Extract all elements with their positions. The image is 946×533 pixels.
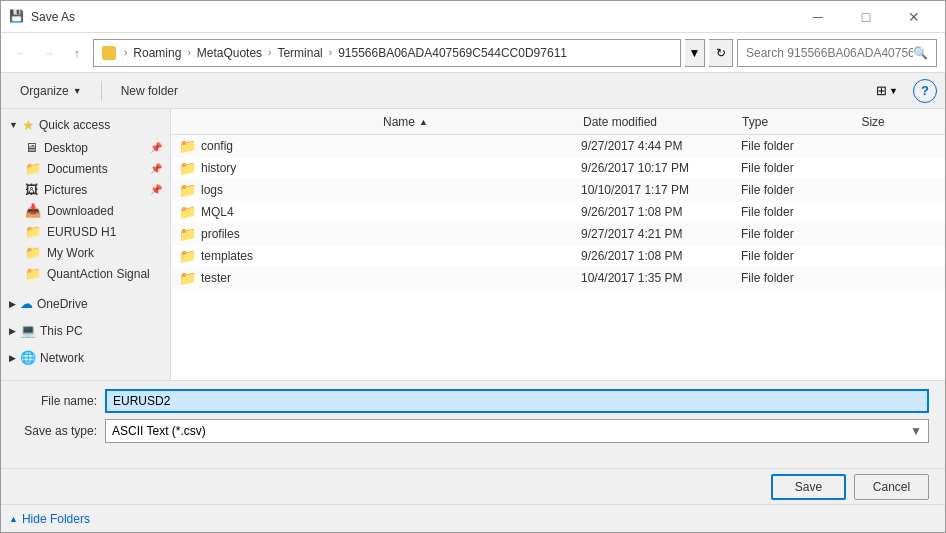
save-button[interactable]: Save	[771, 474, 846, 500]
col-type-header[interactable]: Type	[738, 115, 857, 129]
cancel-button[interactable]: Cancel	[854, 474, 929, 500]
sidebar-item-downloaded[interactable]: 📥 Downloaded	[1, 200, 170, 221]
network-label: Network	[40, 351, 84, 365]
file-row-profiles[interactable]: 📁 profiles 9/27/2017 4:21 PM File folder	[171, 223, 945, 245]
filename-label: File name:	[17, 394, 97, 408]
new-folder-label: New folder	[121, 84, 178, 98]
file-date-4: 9/27/2017 4:21 PM	[577, 227, 737, 241]
save-as-dialog: 💾 Save As ─ □ ✕ ← → ↑ › Roaming › MetaQu…	[0, 0, 946, 533]
col-name-header[interactable]: Name ▲	[379, 115, 579, 129]
folder-icon-2: 📁	[179, 182, 197, 198]
file-row-mql4[interactable]: 📁 MQL4 9/26/2017 1:08 PM File folder	[171, 201, 945, 223]
file-name-1: history	[197, 161, 577, 175]
close-button[interactable]: ✕	[891, 1, 937, 33]
sidebar-item-desktop[interactable]: 🖥 Desktop 📌	[1, 137, 170, 158]
refresh-button[interactable]: ↻	[709, 39, 733, 67]
file-row-logs[interactable]: 📁 logs 10/10/2017 1:17 PM File folder	[171, 179, 945, 201]
forward-button[interactable]: →	[37, 41, 61, 65]
file-name-6: tester	[197, 271, 577, 285]
hide-folders-button[interactable]: ▲ Hide Folders	[9, 512, 90, 526]
file-type-0: File folder	[737, 139, 857, 153]
action-bar: Save Cancel	[1, 468, 945, 504]
breadcrumb-folder: 915566BA06ADA407569C544CC0D97611	[338, 46, 567, 60]
quick-access-label: Quick access	[39, 118, 110, 132]
documents-icon: 📁	[25, 161, 41, 176]
sidebar-item-eurusd[interactable]: 📁 EURUSD H1	[1, 221, 170, 242]
sidebar-item-thispc[interactable]: ▶ 💻 This PC	[1, 319, 170, 342]
onedrive-label: OneDrive	[37, 297, 88, 311]
desktop-label: Desktop	[44, 141, 144, 155]
minimize-button[interactable]: ─	[795, 1, 841, 33]
sidebar-item-documents[interactable]: 📁 Documents 📌	[1, 158, 170, 179]
mywork-label: My Work	[47, 246, 94, 260]
sidebar-item-pictures[interactable]: 🖼 Pictures 📌	[1, 179, 170, 200]
file-type-2: File folder	[737, 183, 857, 197]
col-size-header[interactable]: Size	[857, 115, 937, 129]
back-button[interactable]: ←	[9, 41, 33, 65]
downloaded-label: Downloaded	[47, 204, 114, 218]
breadcrumb-home	[102, 45, 118, 60]
organize-button[interactable]: Organize ▼	[9, 78, 93, 104]
file-row-templates[interactable]: 📁 templates 9/26/2017 1:08 PM File folde…	[171, 245, 945, 267]
file-name-2: logs	[197, 183, 577, 197]
dialog-title: Save As	[31, 10, 795, 24]
sidebar-item-mywork[interactable]: 📁 My Work	[1, 242, 170, 263]
file-date-6: 10/4/2017 1:35 PM	[577, 271, 737, 285]
file-date-2: 10/10/2017 1:17 PM	[577, 183, 737, 197]
maximize-button[interactable]: □	[843, 1, 889, 33]
star-icon: ★	[22, 117, 35, 133]
file-name-5: templates	[197, 249, 577, 263]
sep-4: ›	[329, 47, 332, 58]
address-bar: ← → ↑ › Roaming › MetaQuotes › Terminal …	[1, 33, 945, 73]
file-name-0: config	[197, 139, 577, 153]
address-path[interactable]: › Roaming › MetaQuotes › Terminal › 9155…	[93, 39, 681, 67]
sidebar-item-network[interactable]: ▶ 🌐 Network	[1, 346, 170, 369]
saveastype-value: ASCII Text (*.csv)	[112, 424, 910, 438]
saveastype-arrow: ▼	[910, 424, 922, 438]
file-type-1: File folder	[737, 161, 857, 175]
pictures-icon: 🖼	[25, 182, 38, 197]
folder-icon-6: 📁	[179, 270, 197, 286]
address-dropdown[interactable]: ▼	[685, 39, 705, 67]
file-list-header: Name ▲ Date modified Type Size	[171, 109, 945, 135]
sort-indicator: ▲	[419, 117, 428, 127]
network-icon: 🌐	[20, 350, 36, 365]
sidebar-item-onedrive[interactable]: ▶ ☁ OneDrive	[1, 292, 170, 315]
filename-input[interactable]	[105, 389, 929, 413]
onedrive-icon: ☁	[20, 296, 33, 311]
organize-label: Organize	[20, 84, 69, 98]
search-input[interactable]	[746, 46, 913, 60]
file-row-config[interactable]: 📁 config 9/27/2017 4:44 PM File folder	[171, 135, 945, 157]
documents-label: Documents	[47, 162, 144, 176]
downloaded-icon: 📥	[25, 203, 41, 218]
search-box[interactable]: 🔍	[737, 39, 937, 67]
view-button[interactable]: ⊞ ▼	[869, 78, 905, 104]
filename-row: File name:	[17, 389, 929, 413]
bottom-bar: File name: Save as type: ASCII Text (*.c…	[1, 380, 945, 468]
desktop-pin-icon: 📌	[150, 142, 162, 153]
main-area: ▼ ★ Quick access 🖥 Desktop 📌 📁 Documents…	[1, 109, 945, 380]
quick-access-chevron: ▼	[9, 120, 18, 130]
folder-icon-1: 📁	[179, 160, 197, 176]
file-type-5: File folder	[737, 249, 857, 263]
new-folder-button[interactable]: New folder	[110, 78, 189, 104]
sep-3: ›	[268, 47, 271, 58]
file-date-5: 9/26/2017 1:08 PM	[577, 249, 737, 263]
file-name-3: MQL4	[197, 205, 577, 219]
file-type-4: File folder	[737, 227, 857, 241]
saveastype-select[interactable]: ASCII Text (*.csv) ▼	[105, 419, 929, 443]
hide-folders-bar: ▲ Hide Folders	[1, 504, 945, 532]
sep-1: ›	[124, 47, 127, 58]
file-list-area: Name ▲ Date modified Type Size 📁 config …	[171, 109, 945, 380]
col-date-header[interactable]: Date modified	[579, 115, 738, 129]
up-button[interactable]: ↑	[65, 41, 89, 65]
help-button[interactable]: ?	[913, 79, 937, 103]
onedrive-chevron: ▶	[9, 299, 16, 309]
sidebar-item-quantaction[interactable]: 📁 QuantAction Signal	[1, 263, 170, 284]
search-icon: 🔍	[913, 46, 928, 60]
eurusd-icon: 📁	[25, 224, 41, 239]
file-row-tester[interactable]: 📁 tester 10/4/2017 1:35 PM File folder	[171, 267, 945, 289]
file-row-history[interactable]: 📁 history 9/26/2017 10:17 PM File folder	[171, 157, 945, 179]
quick-access-header[interactable]: ▼ ★ Quick access	[1, 113, 170, 137]
saveastype-row: Save as type: ASCII Text (*.csv) ▼	[17, 419, 929, 443]
